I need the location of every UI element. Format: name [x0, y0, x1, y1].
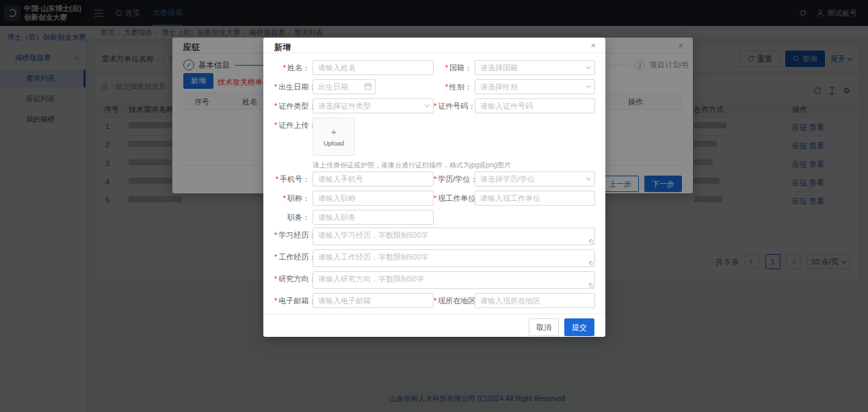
- nationality-select[interactable]: [475, 60, 595, 75]
- calendar-icon: [365, 83, 371, 90]
- new-applicant-modal: 新增 × *姓名： *国籍： *出生日期： *性别：: [263, 38, 605, 337]
- cancel-button[interactable]: 取消: [529, 318, 559, 336]
- upload-hint: 请上传身份证或护照，港澳台通行证扫描件，格式为jpg或png图片: [313, 161, 511, 170]
- close-icon[interactable]: ×: [590, 40, 596, 51]
- id-type-select[interactable]: [313, 98, 434, 113]
- gender-select[interactable]: [475, 79, 595, 94]
- study-experience-textarea[interactable]: [313, 228, 595, 245]
- phone-input[interactable]: [313, 171, 434, 187]
- degree-select[interactable]: [475, 171, 595, 187]
- submit-button[interactable]: 提交: [564, 318, 594, 336]
- plus-icon: +: [331, 126, 337, 137]
- position-input[interactable]: [313, 210, 434, 225]
- professional-title-input[interactable]: [313, 191, 434, 206]
- name-input[interactable]: [313, 60, 434, 75]
- employer-input[interactable]: [475, 191, 595, 206]
- research-direction-textarea[interactable]: [313, 271, 595, 289]
- id-upload-dropzone[interactable]: + Upload: [313, 118, 355, 156]
- email-input[interactable]: [313, 293, 434, 308]
- modal-footer-divider: [263, 314, 605, 314]
- new-modal-title: 新增: [274, 42, 291, 53]
- work-experience-textarea[interactable]: [313, 249, 595, 267]
- id-number-input[interactable]: [475, 98, 595, 113]
- current-area-input[interactable]: [475, 293, 595, 308]
